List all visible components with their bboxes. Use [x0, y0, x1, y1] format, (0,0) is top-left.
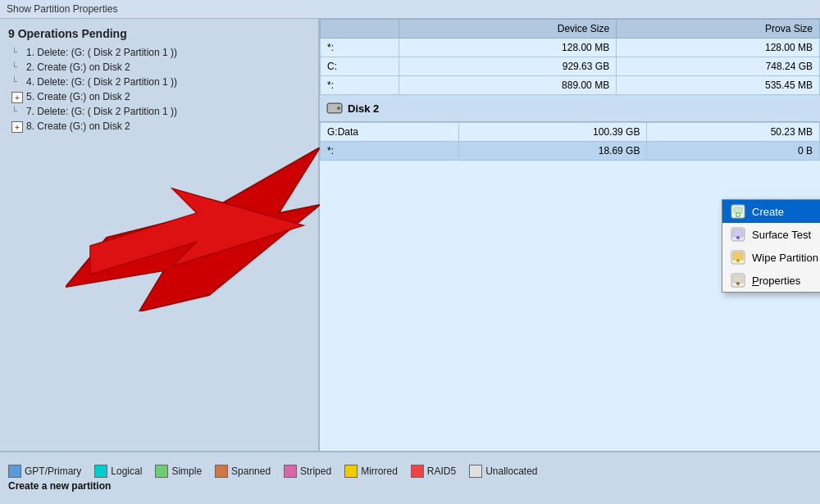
- list-item: + 5. Create (G:) on Disk 2: [8, 91, 310, 103]
- operations-list: └ 1. Delete: (G: ( Disk 2 Partition 1 ))…: [8, 47, 310, 133]
- op-text: 2. Create (G:) on Disk 2: [26, 61, 130, 73]
- svg-marker-1: [90, 188, 303, 275]
- svg-rect-6: [734, 207, 742, 213]
- gpt-primary-label: GPT/Primary: [25, 465, 81, 477]
- main-container: Show Partition Properties 9 Operations P…: [0, 0, 820, 504]
- operations-title: 9 Operations Pending: [8, 27, 310, 40]
- context-menu-create[interactable]: Create ↖: [722, 200, 820, 223]
- list-item: + 8. Create (G:) on Disk 2: [8, 120, 310, 133]
- legend-striped: Striped: [284, 465, 331, 478]
- op-text: 7. Delete: (G: ( Disk 2 Partition 1 )): [26, 106, 177, 117]
- top-bar: Show Partition Properties: [0, 0, 820, 19]
- spanned-swatch: [215, 465, 228, 478]
- disk-table: Device Size Prova Size *: 128.00 MB 128.…: [320, 19, 820, 95]
- properties-icon: [731, 273, 745, 288]
- striped-swatch: [284, 465, 297, 478]
- simple-swatch: [155, 465, 168, 478]
- table-row: *: 889.00 MB 535.45 MB: [321, 76, 820, 95]
- legend-mirrored: Mirrored: [344, 465, 398, 478]
- col-header-device-size: Device Size: [399, 20, 616, 39]
- op-text: 8. Create (G:) on Disk 2: [26, 120, 130, 132]
- table-row: C: 929.63 GB 748.24 GB: [321, 57, 820, 76]
- spanned-label: Spanned: [231, 465, 271, 477]
- svg-point-4: [337, 107, 340, 110]
- svg-rect-14: [733, 252, 743, 260]
- cell-device-size: 18.69 GB: [459, 142, 647, 161]
- col-header-prova-size: Prova Size: [617, 20, 820, 39]
- op-expand-icon[interactable]: +: [11, 121, 23, 133]
- striped-label: Striped: [300, 465, 331, 477]
- table-row[interactable]: G:Data 100.39 GB 50.23 MB: [321, 123, 820, 142]
- cell-prova-size: 128.00 MB: [617, 39, 820, 57]
- col-header-label: [321, 20, 399, 39]
- op-indent-icon: └: [11, 77, 23, 89]
- surface-test-icon: [731, 227, 745, 242]
- create-icon: [731, 204, 745, 219]
- disk2-table: G:Data 100.39 GB 50.23 MB *: 18.69 GB 0 …: [320, 122, 820, 161]
- cell-device-size: 128.00 MB: [399, 39, 616, 57]
- op-text: 4. Delete: (G: ( Disk 2 Partition 1 )): [26, 76, 177, 88]
- wipe-label: Wipe Partition: [752, 252, 818, 264]
- properties-label: Properties: [752, 275, 800, 287]
- status-bar: Create a new partition: [8, 480, 812, 492]
- raid5-swatch: [411, 465, 424, 478]
- op-indent-icon: └: [11, 62, 23, 74]
- cell-prova-size: 50.23 MB: [647, 123, 820, 142]
- disk2-header: Disk 2: [320, 95, 820, 122]
- logical-swatch: [94, 465, 107, 478]
- cell-label: *:: [321, 76, 399, 95]
- legend-simple: Simple: [155, 465, 202, 478]
- cell-label: *:: [321, 142, 459, 161]
- disk2-label: Disk 2: [348, 102, 379, 115]
- context-menu-wipe[interactable]: Wipe Partition: [722, 246, 820, 269]
- svg-point-12: [736, 236, 740, 239]
- raid5-label: RAID5: [427, 465, 456, 477]
- legend-raid5: RAID5: [411, 465, 456, 478]
- cell-prova-size: 535.45 MB: [617, 76, 820, 95]
- mirrored-label: Mirrored: [361, 465, 398, 477]
- cell-label: C:: [321, 57, 399, 76]
- bottom-bar: GPT/Primary Logical Simple Spanned Strip…: [0, 451, 820, 504]
- status-text: Create a new partition: [8, 480, 111, 492]
- list-item: └ 7. Delete: (G: ( Disk 2 Partition 1 )): [8, 106, 310, 118]
- op-text: 5. Create (G:) on Disk 2: [26, 91, 130, 102]
- svg-rect-11: [733, 229, 743, 237]
- context-menu-properties[interactable]: Properties: [722, 269, 820, 292]
- mirrored-swatch: [344, 465, 358, 478]
- content-area: 9 Operations Pending └ 1. Delete: (G: ( …: [0, 19, 820, 451]
- op-expand-icon[interactable]: +: [11, 92, 23, 103]
- legend-unallocated: Unallocated: [469, 465, 537, 478]
- table-row: *: 128.00 MB 128.00 MB: [321, 39, 820, 57]
- list-item: └ 2. Create (G:) on Disk 2: [8, 61, 310, 74]
- logical-label: Logical: [111, 465, 142, 477]
- gpt-primary-swatch: [8, 465, 21, 478]
- unallocated-label: Unallocated: [485, 465, 537, 477]
- disk-icon: [326, 100, 343, 116]
- table-row-selected[interactable]: *: 18.69 GB 0 B: [321, 142, 820, 161]
- list-item: └ 4. Delete: (G: ( Disk 2 Partition 1 )): [8, 76, 310, 89]
- unallocated-swatch: [469, 465, 482, 478]
- op-indent-icon: └: [11, 48, 23, 59]
- red-arrow: [66, 148, 320, 311]
- create-label: Create: [752, 206, 784, 218]
- cell-label: *:: [321, 39, 399, 57]
- cell-device-size: 889.00 MB: [399, 76, 616, 95]
- context-menu-surface-test[interactable]: Surface Test: [722, 223, 820, 246]
- left-panel: 9 Operations Pending └ 1. Delete: (G: ( …: [0, 19, 320, 451]
- svg-point-15: [736, 259, 740, 262]
- list-item: └ 1. Delete: (G: ( Disk 2 Partition 1 )): [8, 47, 310, 59]
- op-text: 1. Delete: (G: ( Disk 2 Partition 1 )): [26, 47, 177, 58]
- context-menu: Create ↖ Surface Test: [722, 199, 820, 293]
- cell-prova-size: 0 B: [647, 142, 820, 161]
- svg-marker-0: [66, 148, 320, 311]
- simple-label: Simple: [171, 465, 202, 477]
- surface-test-label: Surface Test: [752, 229, 811, 241]
- op-indent-icon: └: [11, 107, 23, 118]
- legend-row: GPT/Primary Logical Simple Spanned Strip…: [8, 465, 812, 478]
- svg-rect-17: [733, 275, 743, 283]
- top-bar-text: Show Partition Properties: [7, 3, 117, 15]
- legend-logical: Logical: [94, 465, 142, 478]
- wipe-icon: [731, 250, 745, 265]
- cell-prova-size: 748.24 GB: [617, 57, 820, 76]
- cell-device-size: 929.63 GB: [399, 57, 616, 76]
